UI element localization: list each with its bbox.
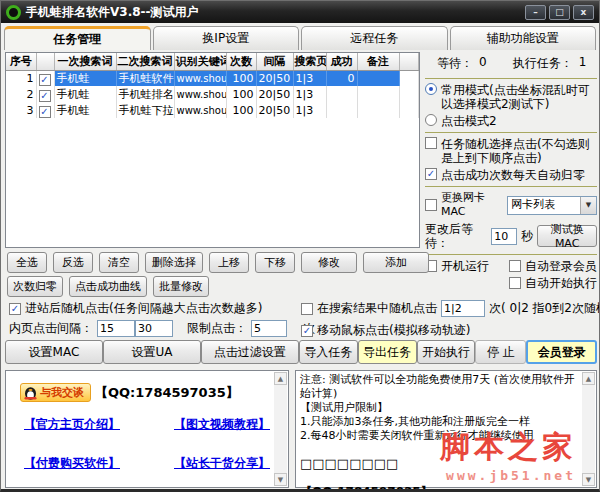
exec-value: 1 bbox=[579, 55, 587, 72]
inner-max-input[interactable] bbox=[135, 320, 173, 337]
tab-task-management[interactable]: 任务管理 bbox=[4, 26, 151, 50]
mouse-sim-checkbox[interactable]: ✓ bbox=[301, 325, 313, 337]
link-purchase[interactable]: 【付费购买软件】 bbox=[24, 455, 174, 472]
tab-ip-settings[interactable]: 换IP设置 bbox=[153, 26, 300, 50]
radio-unselected-icon[interactable] bbox=[425, 114, 437, 126]
limit-label: 限制点击： bbox=[187, 320, 247, 337]
auto-start-checkbox[interactable] bbox=[509, 277, 521, 289]
title-bar: 手机蛙排名软件V3.8--测试用户 – □ x bbox=[1, 1, 599, 23]
table-row[interactable]: 1 ✓ 手机蛙 手机蛙软件 www.shouji 100 20|50 1|3 0 bbox=[6, 70, 419, 86]
col-header-success[interactable]: 成功 bbox=[326, 53, 357, 70]
wait-label: 等待： bbox=[437, 55, 473, 72]
qq-chat-badge[interactable]: 与我交谈 bbox=[20, 383, 91, 402]
scroll-down-icon[interactable]: ▼ bbox=[582, 473, 595, 486]
app-window: 手机蛙排名软件V3.8--测试用户 – □ x 任务管理 换IP设置 远程任务 … bbox=[0, 0, 600, 492]
select-all-button[interactable]: 全选 bbox=[7, 252, 47, 273]
action-buttons: 设置MAC 设置UA 点击过滤设置 导入任务 导出任务 开始执行 停 止 会员登… bbox=[5, 340, 597, 364]
tab-aux-settings[interactable]: 辅助功能设置 bbox=[450, 26, 597, 50]
daily-reset-option[interactable]: ✓ 点击成功次数每天自动归零 bbox=[425, 168, 597, 182]
chevron-down-icon[interactable]: ▼ bbox=[580, 197, 596, 214]
col-header-kw1[interactable]: 一次搜索词 bbox=[54, 53, 116, 70]
tab-bar: 任务管理 换IP设置 远程任务 辅助功能设置 bbox=[1, 23, 599, 50]
export-tasks-button[interactable]: 导出任务 bbox=[358, 340, 417, 364]
row-checkbox[interactable]: ✓ bbox=[39, 90, 51, 102]
main-content: 序号 一次搜索词 二次搜索词 识别关键词 次数 间隔 搜索页 成功 备注 1 ✓… bbox=[1, 50, 599, 490]
row-checkbox[interactable]: ✓ bbox=[39, 74, 51, 86]
notice-panel: 注意: 测试软件可以全功能免费使用7天 (首次使用软件开始计算) 【测试用户限制… bbox=[295, 370, 597, 488]
link-official-home[interactable]: 【官方主页介绍】 bbox=[24, 416, 174, 433]
inner-min-input[interactable] bbox=[97, 320, 135, 337]
random-order-option[interactable]: 任务随机选择点击(不勾选则是上到下顺序点击) bbox=[425, 137, 597, 165]
link-webmaster-share[interactable]: 【站长干货分享】 bbox=[174, 455, 288, 472]
link-video-tutorial[interactable]: 【图文视频教程】 bbox=[174, 416, 288, 433]
row-checkbox[interactable]: ✓ bbox=[39, 106, 51, 118]
limit-input[interactable] bbox=[251, 320, 287, 337]
seconds-label: 秒 bbox=[521, 229, 533, 243]
set-ua-button[interactable]: 设置UA bbox=[103, 340, 201, 364]
minimize-button[interactable]: – bbox=[525, 5, 546, 20]
radio-selected-icon[interactable] bbox=[425, 83, 437, 95]
reset-count-button[interactable]: 次数归零 bbox=[7, 276, 63, 297]
qq-penguin-icon bbox=[24, 385, 37, 400]
col-header-checkbox[interactable] bbox=[36, 53, 54, 70]
adapter-dropdown[interactable]: 网卡列表 ▼ bbox=[507, 196, 597, 215]
success-curve-button[interactable]: 点击成功曲线 bbox=[69, 276, 147, 297]
site-random-checkbox[interactable]: ✓ bbox=[9, 303, 21, 315]
import-tasks-button[interactable]: 导入任务 bbox=[299, 340, 358, 364]
wait-after-input[interactable] bbox=[491, 228, 517, 245]
invert-select-button[interactable]: 反选 bbox=[53, 252, 93, 273]
col-header-index[interactable]: 序号 bbox=[6, 53, 36, 70]
col-header-count[interactable]: 次数 bbox=[226, 53, 256, 70]
app-logo-icon bbox=[6, 5, 21, 20]
exec-label: 执行任务： bbox=[513, 55, 573, 72]
promo-scrollbar[interactable]: ▲ ▼ bbox=[274, 372, 287, 486]
notice-text: 注意: 测试软件可以全功能免费使用7天 (首次使用软件开始计算) 【测试用户限制… bbox=[296, 371, 596, 492]
wait-value: 0 bbox=[479, 55, 487, 72]
checkbox-unchecked-icon[interactable] bbox=[425, 137, 437, 149]
test-mac-button[interactable]: 测试换MAC bbox=[537, 225, 597, 247]
batch-edit-button[interactable]: 批量修改 bbox=[153, 276, 209, 297]
move-up-button[interactable]: 上移 bbox=[209, 252, 249, 273]
delete-selected-button[interactable]: 删除选择 bbox=[145, 252, 203, 273]
window-title: 手机蛙排名软件V3.8--测试用户 bbox=[26, 4, 199, 21]
mode2-option[interactable]: 点击模式2 bbox=[425, 114, 597, 128]
change-mac-checkbox[interactable] bbox=[425, 199, 437, 211]
tab-remote-tasks[interactable]: 远程任务 bbox=[301, 26, 448, 50]
table-row[interactable]: 2 ✓ 手机蛙 手机蛙排名 www.shouji 100 20|50 1|3 bbox=[6, 86, 419, 102]
scroll-up-icon[interactable]: ▲ bbox=[274, 372, 287, 385]
table-header-row: 序号 一次搜索词 二次搜索词 识别关键词 次数 间隔 搜索页 成功 备注 bbox=[6, 53, 419, 70]
col-header-pages[interactable]: 搜索页 bbox=[293, 53, 326, 70]
close-button[interactable]: x bbox=[573, 5, 594, 20]
col-header-domain[interactable]: 识别关键词 bbox=[174, 53, 226, 70]
change-mac-label: 更换网卡MAC bbox=[441, 191, 503, 219]
scroll-down-icon[interactable]: ▼ bbox=[274, 473, 287, 486]
qq-number: 【QQ:1784597035】 bbox=[95, 384, 239, 402]
maximize-button[interactable]: □ bbox=[549, 5, 570, 20]
clear-button[interactable]: 清空 bbox=[99, 252, 139, 273]
member-login-button[interactable]: 会员登录 bbox=[526, 340, 597, 364]
move-down-button[interactable]: 下移 bbox=[255, 252, 295, 273]
col-header-kw2[interactable]: 二次搜索词 bbox=[116, 53, 174, 70]
notice-scrollbar[interactable]: ▲ ▼ bbox=[582, 372, 595, 486]
promo-panel: 与我交谈 【QQ:1784597035】 【官方主页介绍】 【图文视频教程】 【… bbox=[5, 370, 289, 488]
result-random-input[interactable] bbox=[441, 300, 485, 317]
checkbox-checked-icon[interactable]: ✓ bbox=[425, 168, 437, 180]
task-table: 序号 一次搜索词 二次搜索词 识别关键词 次数 间隔 搜索页 成功 备注 1 ✓… bbox=[5, 52, 420, 248]
click-filter-button[interactable]: 点击过滤设置 bbox=[201, 340, 299, 364]
task-buttons-row2: 次数归零 点击成功曲线 批量修改 bbox=[7, 276, 209, 297]
set-mac-button[interactable]: 设置MAC bbox=[5, 340, 103, 364]
col-header-interval[interactable]: 间隔 bbox=[256, 53, 293, 70]
scroll-up-icon[interactable]: ▲ bbox=[582, 372, 595, 385]
edit-button[interactable]: 修改 bbox=[301, 252, 357, 273]
start-button[interactable]: 开始执行 bbox=[417, 340, 476, 364]
col-header-note[interactable]: 备注 bbox=[357, 53, 399, 70]
auto-login-checkbox[interactable] bbox=[509, 260, 521, 272]
inner-interval-label: 内页点击间隔： bbox=[9, 320, 93, 337]
col-header-filler bbox=[399, 53, 419, 70]
settings-panel: 等待： 0 执行任务： 1 常用模式(点击坐标混乱时可以选择模式2测试下) 点击… bbox=[425, 52, 597, 293]
add-button[interactable]: 添加 bbox=[363, 252, 429, 273]
table-row[interactable]: 3 ✓ 手机蛙 手机蛙下拉 www.shouji 100 20|50 1|3 bbox=[6, 102, 419, 118]
result-random-checkbox[interactable] bbox=[301, 303, 313, 315]
mode-normal-option[interactable]: 常用模式(点击坐标混乱时可以选择模式2测试下) bbox=[425, 83, 597, 111]
stop-button[interactable]: 停 止 bbox=[475, 340, 526, 364]
